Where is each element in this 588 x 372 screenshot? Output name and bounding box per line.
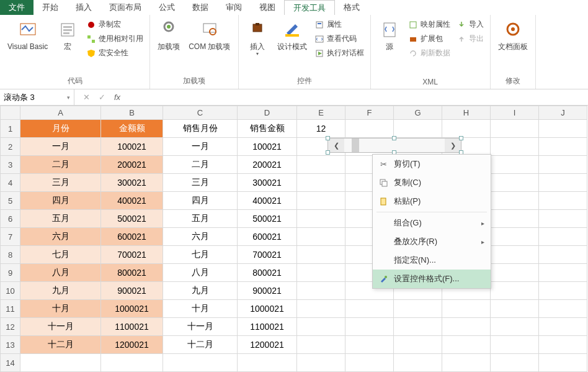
cancel-icon[interactable]: ✕: [83, 93, 90, 102]
cell[interactable]: 五月: [163, 210, 238, 228]
cell-a1[interactable]: 月份: [20, 120, 101, 138]
record-macro-button[interactable]: 录制宏: [85, 19, 145, 30]
cell[interactable]: [539, 192, 587, 210]
cell[interactable]: [539, 138, 587, 156]
confirm-icon[interactable]: ✓: [99, 93, 105, 102]
cell[interactable]: [491, 318, 539, 336]
cell[interactable]: 二月: [20, 156, 101, 174]
cell[interactable]: [491, 210, 539, 228]
cell[interactable]: [442, 318, 491, 336]
cell[interactable]: 1100021: [238, 318, 297, 336]
refresh-data-button[interactable]: 刷新数据: [407, 47, 452, 59]
cell[interactable]: [539, 264, 587, 282]
row-header-7[interactable]: 7: [1, 228, 20, 246]
view-code-button[interactable]: 查看代码: [313, 33, 365, 45]
cell[interactable]: 七月: [163, 246, 238, 264]
cell[interactable]: [297, 300, 345, 318]
cell[interactable]: [442, 120, 491, 138]
cell[interactable]: [394, 354, 442, 372]
scroll-thumb[interactable]: [352, 138, 359, 152]
cell[interactable]: [491, 138, 539, 156]
cell[interactable]: 二月: [163, 156, 238, 174]
col-header-j[interactable]: J: [539, 106, 587, 120]
row-header-14[interactable]: 14: [1, 354, 20, 372]
cell[interactable]: [297, 156, 345, 174]
ctx-assign-macro[interactable]: 指定宏(N)...: [373, 251, 491, 270]
cell[interactable]: [539, 228, 587, 246]
cell[interactable]: 十一月: [20, 318, 101, 336]
cell[interactable]: [297, 318, 345, 336]
cell[interactable]: [297, 264, 345, 282]
cell[interactable]: [539, 210, 587, 228]
cell[interactable]: [491, 282, 539, 300]
cell[interactable]: 四月: [163, 192, 238, 210]
cell[interactable]: 四月: [20, 192, 101, 210]
cell[interactable]: [491, 156, 539, 174]
cell[interactable]: 100021: [238, 138, 297, 156]
tab-formulas[interactable]: 公式: [150, 0, 184, 15]
cell[interactable]: 五月: [20, 210, 101, 228]
cell[interactable]: [539, 174, 587, 192]
cell[interactable]: 700021: [101, 246, 163, 264]
cell[interactable]: [394, 300, 442, 318]
properties-button[interactable]: 属性: [313, 19, 365, 30]
cell[interactable]: [297, 192, 345, 210]
expansion-pack-button[interactable]: 扩展包: [407, 33, 452, 45]
cell[interactable]: 九月: [163, 282, 238, 300]
macro-security-button[interactable]: 宏安全性: [85, 47, 145, 59]
cell[interactable]: 800021: [101, 264, 163, 282]
com-addins-button[interactable]: COM 加载项: [186, 17, 233, 51]
col-header-h[interactable]: H: [442, 106, 491, 120]
row-header-11[interactable]: 11: [1, 300, 20, 318]
scrollbar-form-control[interactable]: ❮ ❯: [327, 138, 461, 153]
ctx-paste[interactable]: 粘贴(P): [373, 192, 491, 211]
import-button[interactable]: 导入: [455, 19, 485, 30]
cell[interactable]: 三月: [163, 174, 238, 192]
col-header-i[interactable]: I: [491, 106, 539, 120]
cell[interactable]: 八月: [163, 264, 238, 282]
ctx-format-control[interactable]: 设置控件格式(F)...: [373, 270, 491, 288]
cell[interactable]: 八月: [20, 264, 101, 282]
cell[interactable]: [491, 246, 539, 264]
cell[interactable]: [491, 174, 539, 192]
cell[interactable]: [345, 300, 394, 318]
col-header-f[interactable]: F: [345, 106, 394, 120]
col-header-d[interactable]: D: [238, 106, 297, 120]
ctx-group[interactable]: 组合(G) ▸: [373, 214, 491, 232]
row-header-12[interactable]: 12: [1, 318, 20, 336]
col-header-a[interactable]: A: [20, 106, 101, 120]
row-header-5[interactable]: 5: [1, 192, 20, 210]
cell[interactable]: [539, 156, 587, 174]
cell[interactable]: [394, 318, 442, 336]
cell[interactable]: [345, 354, 394, 372]
cell[interactable]: 500021: [101, 210, 163, 228]
tab-review[interactable]: 审阅: [217, 0, 251, 15]
cell[interactable]: 十月: [20, 300, 101, 318]
cell[interactable]: 500021: [238, 210, 297, 228]
col-header-c[interactable]: C: [163, 106, 238, 120]
cell[interactable]: [345, 336, 394, 354]
cell[interactable]: [20, 354, 101, 372]
tab-home[interactable]: 开始: [33, 0, 67, 15]
ctx-order[interactable]: 叠放次序(R) ▸: [373, 232, 491, 251]
cell[interactable]: 1000021: [238, 300, 297, 318]
cell[interactable]: [101, 354, 163, 372]
cell[interactable]: [539, 318, 587, 336]
tab-developer[interactable]: 开发工具: [284, 0, 335, 15]
cell[interactable]: 800021: [238, 264, 297, 282]
cell[interactable]: [539, 246, 587, 264]
cell[interactable]: [297, 282, 345, 300]
cell[interactable]: [345, 318, 394, 336]
cell[interactable]: [238, 354, 297, 372]
tab-file[interactable]: 文件: [0, 0, 33, 15]
cell[interactable]: [539, 282, 587, 300]
macros-button[interactable]: 宏: [54, 17, 81, 51]
cell[interactable]: 九月: [20, 282, 101, 300]
cell-d1[interactable]: 销售金额: [238, 120, 297, 138]
row-header-2[interactable]: 2: [1, 138, 20, 156]
row-header-1[interactable]: 1: [1, 120, 20, 138]
name-box[interactable]: 滚动条 3: [0, 89, 74, 105]
cell[interactable]: [491, 354, 539, 372]
cell[interactable]: 十二月: [20, 336, 101, 354]
cell[interactable]: [394, 336, 442, 354]
